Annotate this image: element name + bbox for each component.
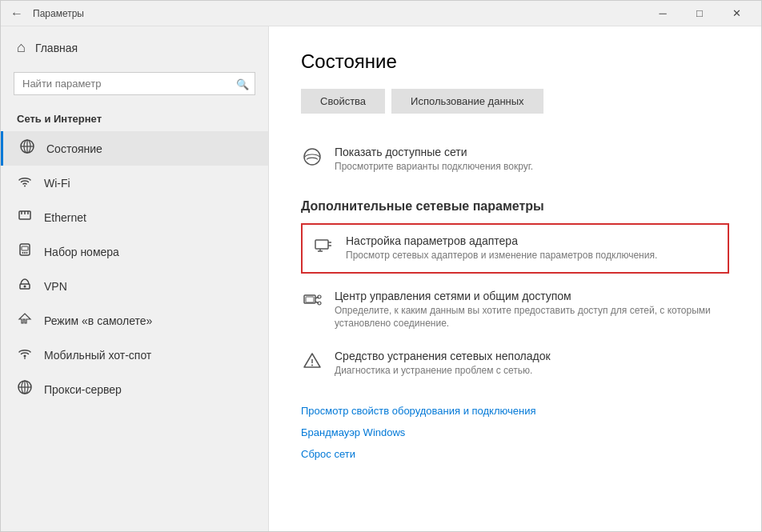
ethernet-icon [17, 208, 33, 226]
troubleshoot-desc: Диагностика и устранение проблем с сетью… [335, 364, 551, 378]
home-label: Главная [35, 42, 78, 54]
adapter-settings-desc: Просмотр сетевых адаптеров и изменение п… [346, 249, 657, 262]
sidebar-home-item[interactable]: ⌂ Главная [1, 26, 268, 69]
sidebar-wifi-label: Wi-Fi [44, 177, 70, 190]
sidebar-item-hotspot[interactable]: Мобильный хот-спот [1, 338, 268, 372]
sidebar-item-dialup[interactable]: Набор номера [1, 234, 268, 269]
sharing-center-icon [301, 291, 323, 315]
links-section: Просмотр свойств оборудования и подключе… [301, 400, 729, 465]
adapter-settings-item[interactable]: Настройка параметров адаптера Просмотр с… [301, 223, 729, 274]
available-networks-desc: Просмотрите варианты подключения вокруг. [335, 160, 533, 174]
properties-button[interactable]: Свойства [301, 89, 385, 114]
sharing-center-title: Центр управления сетями и общим доступом [335, 290, 729, 302]
back-button[interactable]: ← [7, 4, 26, 23]
svg-point-11 [22, 252, 24, 254]
dialup-icon [17, 242, 33, 261]
search-icon: 🔍 [236, 78, 249, 90]
proxy-icon [17, 380, 33, 398]
wifi-icon [17, 174, 33, 192]
hardware-props-link[interactable]: Просмотр свойств оборудования и подключе… [301, 400, 729, 422]
sidebar-item-proxy[interactable]: Прокси-сервер [1, 372, 268, 406]
troubleshoot-icon [301, 351, 323, 375]
window-title: Параметры [33, 8, 644, 19]
sharing-center-item[interactable]: Центр управления сетями и общим доступом… [301, 280, 729, 341]
adapter-settings-title: Настройка параметров адаптера [346, 234, 657, 247]
settings-window: ← Параметры ─ □ ✕ ⌂ Главная 🔍 Сеть и Инт… [0, 0, 762, 532]
hotspot-icon [17, 346, 33, 364]
page-title: Состояние [301, 50, 729, 73]
sidebar-airplane-label: Режим «в самолете» [44, 314, 152, 327]
airplane-icon [17, 311, 33, 330]
sidebar: ⌂ Главная 🔍 Сеть и Интернет Состояние [1, 26, 269, 531]
sidebar-item-airplane[interactable]: Режим «в самолете» [1, 303, 268, 338]
sidebar-ethernet-label: Ethernet [44, 211, 86, 224]
svg-point-35 [311, 365, 313, 366]
minimize-button[interactable]: ─ [644, 1, 681, 26]
additional-section-title: Дополнительные сетевые параметры [301, 199, 729, 214]
svg-point-15 [24, 286, 26, 288]
search-box: 🔍 [14, 72, 255, 95]
reset-network-link[interactable]: Сброс сети [301, 443, 729, 465]
window-controls: ─ □ ✕ [644, 1, 755, 26]
maximize-button[interactable]: □ [681, 1, 718, 26]
sharing-center-desc: Определите, к каким данным вы хотите пре… [335, 304, 729, 331]
data-usage-button[interactable]: Использование данных [391, 89, 543, 114]
sidebar-item-vpn[interactable]: VPN [1, 269, 268, 303]
sidebar-proxy-label: Прокси-сервер [44, 383, 122, 396]
svg-point-16 [24, 355, 26, 358]
action-buttons: Свойства Использование данных [301, 89, 729, 114]
sidebar-dialup-label: Набор номера [44, 246, 119, 258]
status-icon [19, 139, 35, 158]
sidebar-hotspot-label: Мобильный хот-спот [44, 349, 151, 362]
svg-point-13 [26, 252, 28, 254]
vpn-icon [17, 277, 33, 295]
sidebar-item-wifi[interactable]: Wi-Fi [1, 166, 268, 200]
available-networks-item[interactable]: Показать доступные сети Просмотрите вари… [301, 136, 729, 183]
search-input[interactable] [14, 72, 255, 95]
sidebar-status-label: Состояние [46, 142, 102, 155]
troubleshoot-title: Средство устранения сетевых неполадок [335, 350, 551, 362]
troubleshoot-item[interactable]: Средство устранения сетевых неполадок Ди… [301, 340, 729, 387]
available-networks-title: Показать доступные сети [335, 146, 533, 158]
svg-rect-29 [306, 297, 314, 302]
sidebar-vpn-label: VPN [44, 280, 67, 293]
close-button[interactable]: ✕ [718, 1, 755, 26]
svg-point-12 [24, 252, 26, 254]
main-area: ⌂ Главная 🔍 Сеть и Интернет Состояние [1, 26, 761, 531]
firewall-link[interactable]: Брандмауэр Windows [301, 422, 729, 443]
available-networks-icon [301, 147, 323, 171]
title-bar: ← Параметры ─ □ ✕ [1, 1, 761, 26]
svg-point-4 [24, 186, 26, 187]
svg-rect-10 [22, 246, 28, 250]
svg-rect-23 [315, 240, 328, 249]
home-icon: ⌂ [17, 39, 26, 56]
content-area: Состояние Свойства Использование данных … [269, 26, 761, 531]
adapter-settings-icon [312, 236, 335, 260]
sidebar-item-status[interactable]: Состояние [1, 131, 268, 166]
sidebar-item-ethernet[interactable]: Ethernet [1, 200, 268, 234]
svg-point-22 [304, 149, 320, 165]
sidebar-section-title: Сеть и Интернет [1, 105, 268, 131]
